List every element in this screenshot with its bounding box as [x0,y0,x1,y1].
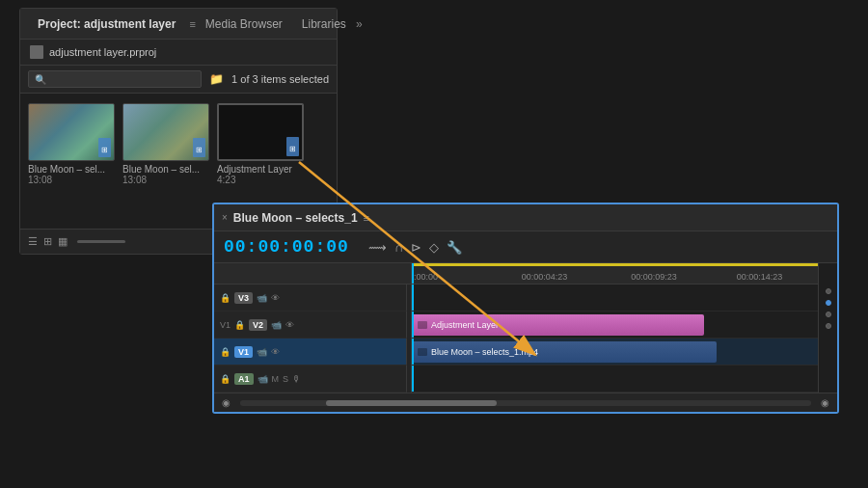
timeline-scrollbar[interactable] [240,400,811,406]
dot-4 [826,323,831,329]
clip-label-video: Blue Moon – selects_1.mp4 [431,347,538,357]
zoom-slider[interactable] [77,240,125,243]
media-thumb-2: ⊞ [122,103,209,161]
video-badge-1: ⊞ [98,138,111,157]
eye-v2[interactable]: 👁 [285,320,294,330]
tab-project[interactable]: Project: adjustment layer [28,12,185,37]
media-duration-2: 13:08 [122,175,209,185]
progress-bar [412,263,818,266]
clip-video[interactable]: Blue Moon – selects_1.mp4 [412,341,717,363]
media-thumb-1: ⊞ [28,103,115,161]
media-duration-3: 4:23 [217,175,304,185]
ripple-icon[interactable]: ∩ [394,240,403,255]
panel-tab-bar: Project: adjustment layer ≡ Media Browse… [20,9,337,40]
clip-adjustment-layer[interactable]: Adjustment Layer [412,314,704,336]
timeline-header: × Blue Moon – selects_1 ≡ [214,204,837,231]
track-label-v1: 🔒 V1 📹 👁 [214,339,407,366]
media-label-3: Adjustment Layer [217,164,304,175]
mute-a1[interactable]: M [272,374,280,384]
ruler-mark-3: 00:00:14:23 [737,272,783,282]
search-box[interactable]: 🔍 [28,70,202,88]
media-thumb-3: ⊞ [217,103,304,161]
shield-icon[interactable]: ◇ [429,240,439,255]
clip-icon-adjustment [418,321,427,329]
timeline-panel: × Blue Moon – selects_1 ≡ 00:00:00:00 ⟿ … [212,203,839,414]
media-item-2[interactable]: ⊞ Blue Moon – sel... 13:08 [122,103,209,219]
timeline-menu-icon[interactable]: ≡ [364,212,369,224]
playhead-ruler [412,263,414,284]
track-name-a1: A1 [234,373,254,385]
track-content-column: :00:00 00:00:04:23 00:00:09:23 00:00:14:… [412,263,818,393]
track-name-v1: V1 [234,346,253,358]
track-icon-v3[interactable]: 📹 [257,293,267,303]
video-badge-3: ⊞ [286,137,299,156]
timeline-ruler: :00:00 00:00:04:23 00:00:09:23 00:00:14:… [412,263,818,285]
wrench-icon[interactable]: 🔧 [447,240,462,255]
search-icon: 🔍 [35,74,46,85]
scroll-right-icon[interactable]: ◉ [821,397,829,408]
track-content-a1 [412,366,818,393]
dot-3 [826,312,831,317]
ruler-mark-1: 00:00:04:23 [522,272,568,282]
project-file-name: adjustment layer.prproj [49,46,156,58]
playhead-v1 [412,339,414,365]
track-icon-a1[interactable]: 📹 [258,374,268,384]
mic-a1[interactable]: 🎙 [292,374,301,384]
selection-count: 1 of 3 items selected [231,73,329,85]
track-label-v3: 🔒 V3 📹 👁 [214,285,407,312]
snap-icon[interactable]: ⟿ [368,240,387,255]
playhead-v2 [412,312,414,338]
lock-v1[interactable]: 🔒 [220,347,231,357]
ruler-spacer [214,263,411,285]
timeline-ctrl-icons: ⟿ ∩ ⊳ ◇ 🔧 [368,240,462,255]
track-label-v2: V1 🔒 V2 📹 👁 [214,312,407,339]
tab-media-browser[interactable]: Media Browser [196,12,292,37]
playhead-v3 [412,285,414,311]
timeline-close-icon[interactable]: × [222,212,228,223]
playhead-a1 [412,366,414,392]
track-content-v1: Blue Moon – selects_1.mp4 [412,339,818,366]
media-duration-1: 13:08 [28,175,115,185]
v1-label-hint: V1 [220,320,231,330]
timeline-title: Blue Moon – selects_1 [233,211,358,225]
ruler-mark-2: 00:00:09:23 [631,272,677,282]
tab-libraries[interactable]: Libraries [292,12,356,37]
timeline-footer: ◉ ◉ [214,393,837,412]
grid-view-icon[interactable]: ⊞ [43,235,52,248]
media-label-2: Blue Moon – sel... [122,164,209,175]
panel-overflow-chevron[interactable]: » [356,17,363,31]
scrollbar-thumb[interactable] [326,400,498,406]
track-labels-column: 🔒 V3 📹 👁 V1 🔒 V2 📹 👁 🔒 V1 📹 👁 [214,263,412,393]
video-badge-2: ⊞ [193,138,205,157]
track-content-v3 [412,285,818,312]
freeform-icon[interactable]: ▦ [58,235,68,248]
media-item-1[interactable]: ⊞ Blue Moon – sel... 13:08 [28,103,115,219]
right-dots-column [818,263,837,393]
track-icon-v1[interactable]: 📹 [257,347,267,357]
search-input[interactable] [50,73,195,85]
list-view-icon[interactable]: ☰ [28,235,38,248]
eye-v3[interactable]: 👁 [271,293,280,303]
track-content-v2: Adjustment Layer [412,312,818,339]
track-name-v3: V3 [234,292,253,304]
project-file-header: adjustment layer.prproj [20,40,337,66]
media-label-1: Blue Moon – sel... [28,164,115,175]
dot-2 [826,300,831,306]
lock-v3[interactable]: 🔒 [220,293,231,303]
solo-a1[interactable]: S [283,374,288,384]
clip-icon-video [418,348,427,356]
file-icon [30,45,43,59]
track-label-a1: 🔒 A1 📹 M S 🎙 [214,366,407,393]
timeline-controls: 00:00:00:00 ⟿ ∩ ⊳ ◇ 🔧 [214,231,837,263]
slip-icon[interactable]: ⊳ [411,240,421,255]
media-item-3[interactable]: ⊞ Adjustment Layer 4:23 [217,103,304,219]
scroll-left-icon[interactable]: ◉ [222,397,231,408]
new-bin-icon[interactable]: 📁 [207,70,226,88]
track-name-v2: V2 [249,319,267,331]
track-icon-v2[interactable]: 📹 [271,320,282,330]
lock-v2[interactable]: 🔒 [234,320,245,330]
ruler-mark-0: :00:00 [414,272,438,282]
lock-a1[interactable]: 🔒 [220,374,231,384]
eye-v1[interactable]: 👁 [271,347,280,357]
dot-1 [826,288,831,294]
